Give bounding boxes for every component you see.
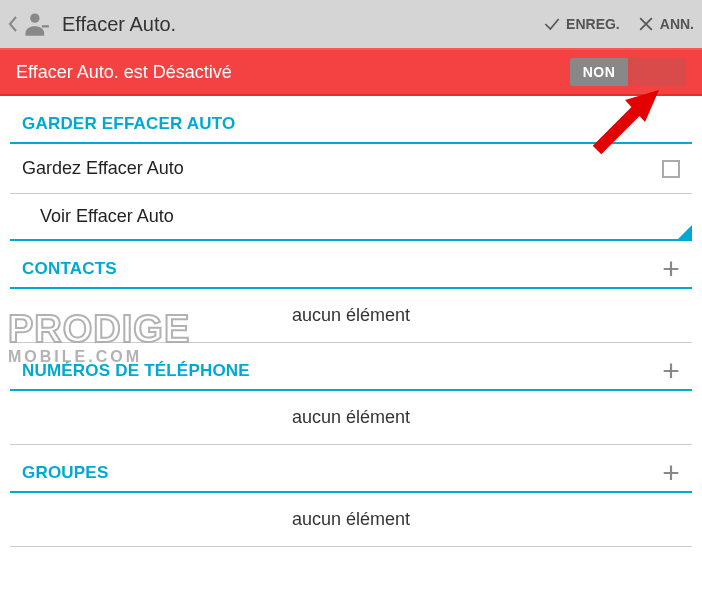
- section-groups-header: GROUPES +: [10, 445, 692, 493]
- section-keep-header: GARDER EFFACER AUTO: [10, 96, 692, 144]
- toggle-switch[interactable]: NON: [570, 58, 686, 86]
- content-area: GARDER EFFACER AUTO Gardez Effacer Auto …: [0, 96, 702, 547]
- chevron-left-icon: [8, 16, 18, 32]
- close-icon: [636, 14, 656, 34]
- cancel-label: ANN.: [660, 16, 694, 32]
- status-bar: Effacer Auto. est Désactivé NON: [0, 48, 702, 96]
- add-group-button[interactable]: +: [662, 463, 680, 483]
- app-header: Effacer Auto. ENREG. ANN.: [0, 0, 702, 48]
- page-title: Effacer Auto.: [62, 13, 526, 36]
- section-keep-title: GARDER EFFACER AUTO: [22, 114, 235, 134]
- add-phone-button[interactable]: +: [662, 361, 680, 381]
- cancel-button[interactable]: ANN.: [636, 14, 694, 34]
- groups-empty: aucun élément: [10, 493, 692, 547]
- toggle-knob: NON: [570, 58, 628, 86]
- svg-point-0: [30, 14, 39, 23]
- section-contacts-title: CONTACTS: [22, 259, 117, 279]
- phones-empty: aucun élément: [10, 391, 692, 445]
- contact-icon: [22, 10, 50, 38]
- add-contact-button[interactable]: +: [662, 259, 680, 279]
- keep-row-label: Gardez Effacer Auto: [22, 158, 184, 179]
- view-row[interactable]: Voir Effacer Auto: [10, 194, 692, 241]
- save-button[interactable]: ENREG.: [542, 14, 620, 34]
- keep-row[interactable]: Gardez Effacer Auto: [10, 144, 692, 194]
- check-icon: [542, 14, 562, 34]
- section-contacts-header: CONTACTS +: [10, 241, 692, 289]
- section-groups-title: GROUPES: [22, 463, 108, 483]
- status-text: Effacer Auto. est Désactivé: [16, 62, 570, 83]
- svg-rect-1: [42, 25, 49, 27]
- keep-checkbox[interactable]: [662, 160, 680, 178]
- save-label: ENREG.: [566, 16, 620, 32]
- back-button[interactable]: [8, 10, 62, 38]
- contacts-empty: aucun élément: [10, 289, 692, 343]
- section-phones-title: NUMÉROS DE TÉLÉPHONE: [22, 361, 250, 381]
- view-row-label: Voir Effacer Auto: [40, 206, 174, 226]
- section-phones-header: NUMÉROS DE TÉLÉPHONE +: [10, 343, 692, 391]
